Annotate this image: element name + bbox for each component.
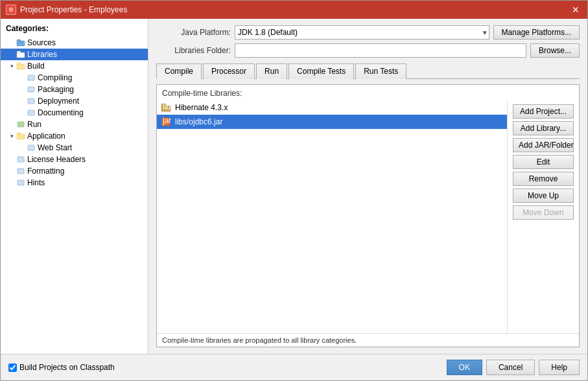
help-button[interactable]: Help [539, 360, 580, 375]
app-icon: ⚙ [6, 5, 16, 15]
hints-expand [8, 179, 15, 186]
build-projects-checkbox[interactable] [8, 364, 17, 372]
build-projects-label: Build Projects on Classpath [19, 363, 115, 372]
libraries-folder-label: Libraries Folder: [156, 46, 231, 55]
compile-panel: Compile-time Libraries: lib [156, 84, 580, 347]
tree-item-build[interactable]: ▾ Build [1, 60, 148, 72]
svg-rect-5 [17, 63, 21, 65]
remove-button[interactable]: Remove [513, 172, 574, 186]
close-button[interactable]: ✕ [569, 3, 582, 16]
compile-time-label: Compile-time Libraries: [157, 85, 579, 100]
license-icon [16, 155, 25, 164]
tree-item-libraries[interactable]: Libraries [1, 49, 148, 60]
tree-item-run[interactable]: Run [1, 119, 148, 130]
packaging-icon [27, 85, 36, 94]
tree-item-compiling[interactable]: Compiling [1, 72, 148, 84]
tab-run-tests[interactable]: Run Tests [355, 64, 406, 79]
tab-compile-tests[interactable]: Compile Tests [288, 64, 354, 79]
svg-rect-1 [17, 40, 21, 41]
footer-right: OK Cancel Help [447, 360, 580, 375]
run-expand [8, 121, 15, 128]
build-expand-icon: ▾ [8, 63, 15, 69]
formatting-expand [8, 168, 15, 174]
tab-processor[interactable]: Processor [203, 64, 255, 79]
lib-item-ojdbc[interactable]: jar libs/ojdbc6.jar [157, 115, 507, 129]
title-bar: ⚙ Project Properties - Employees ✕ [1, 1, 587, 19]
window-title: Project Properties - Employees [20, 5, 127, 14]
sources-label: Sources [27, 38, 56, 47]
categories-label: Categories: [1, 23, 148, 37]
footer: Build Projects on Classpath OK Cancel He… [1, 354, 587, 380]
title-bar-left: ⚙ Project Properties - Employees [6, 5, 127, 15]
build-label: Build [27, 62, 45, 71]
manage-platforms-button[interactable]: Manage Platforms... [493, 25, 580, 40]
tab-run[interactable]: Run [256, 64, 287, 79]
tree-item-sources[interactable]: Sources [1, 37, 148, 49]
tree-item-hints[interactable]: Hints [1, 177, 148, 189]
add-project-button[interactable]: Add Project... [513, 104, 574, 119]
build-projects-checkbox-label[interactable]: Build Projects on Classpath [8, 363, 115, 372]
application-expand-icon: ▾ [8, 133, 15, 139]
java-platform-select[interactable]: JDK 1.8 (Default) [235, 25, 489, 40]
svg-rect-9 [28, 110, 34, 115]
formatting-label: Formatting [27, 167, 64, 176]
documenting-icon [27, 108, 36, 117]
svg-rect-8 [28, 98, 34, 104]
formatting-icon [16, 167, 25, 176]
tree-item-formatting[interactable]: Formatting [1, 165, 148, 177]
run-label: Run [27, 120, 41, 129]
compiling-label: Compiling [38, 73, 72, 82]
libraries-folder-input[interactable] [235, 43, 526, 58]
sources-icon [16, 38, 25, 47]
tree-item-packaging[interactable]: Packaging [1, 84, 148, 95]
left-panel: Categories: Sources Libraries [1, 19, 148, 354]
browse-button[interactable]: Browse... [530, 43, 580, 58]
web-start-icon [27, 143, 36, 152]
cancel-button[interactable]: Cancel [486, 360, 535, 375]
svg-rect-16 [18, 180, 24, 185]
libraries-icon [16, 50, 25, 59]
action-buttons: Add Project... Add Library... Add JAR/Fo… [508, 100, 579, 333]
packaging-label: Packaging [38, 85, 74, 94]
expand-placeholder2 [8, 51, 15, 58]
java-platform-label: Java Platform: [156, 28, 231, 37]
tree-item-deployment[interactable]: Deployment [1, 95, 148, 107]
move-up-button[interactable]: Move Up [513, 189, 574, 203]
svg-rect-14 [18, 157, 24, 162]
add-library-button[interactable]: Add Library... [513, 121, 574, 135]
edit-button[interactable]: Edit [513, 155, 574, 169]
tree-item-web-start[interactable]: Web Start [1, 142, 148, 154]
tree-item-documenting[interactable]: Documenting [1, 107, 148, 119]
svg-rect-13 [28, 145, 34, 150]
svg-rect-7 [28, 87, 34, 92]
svg-text:lib: lib [163, 103, 171, 111]
bottom-note: Compile-time libraries are propagated to… [157, 333, 579, 347]
right-panel: Java Platform: JDK 1.8 (Default) ▼ Manag… [148, 19, 587, 354]
documenting-label: Documenting [38, 108, 84, 117]
lib-item-hibernate[interactable]: lib Hibernate 4.3.x [157, 100, 507, 115]
footer-left: Build Projects on Classpath [8, 363, 115, 372]
ojdbc-icon: jar [161, 117, 171, 127]
license-headers-label: License Headers [27, 155, 86, 164]
tree-item-license-headers[interactable]: License Headers [1, 154, 148, 165]
add-jar-folder-button[interactable]: Add JAR/Folder [513, 138, 574, 152]
hibernate-label: Hibernate 4.3.x [175, 103, 228, 112]
application-icon [16, 132, 25, 141]
java-platform-select-wrapper: JDK 1.8 (Default) ▼ [235, 25, 489, 40]
svg-rect-6 [28, 75, 34, 80]
expand-placeholder [8, 40, 15, 46]
run-icon [16, 120, 25, 129]
compiling-expand [19, 75, 25, 81]
java-platform-row: Java Platform: JDK 1.8 (Default) ▼ Manag… [156, 25, 580, 40]
documenting-expand [19, 110, 25, 116]
ok-button[interactable]: OK [447, 360, 482, 375]
license-expand [8, 156, 15, 163]
tree-item-application[interactable]: ▾ Application [1, 130, 148, 142]
webstart-expand [19, 144, 25, 151]
libraries-label: Libraries [27, 50, 57, 59]
tab-compile[interactable]: Compile [156, 64, 202, 79]
move-down-button[interactable]: Move Down [513, 205, 574, 220]
libraries-folder-row: Libraries Folder: Browse... [156, 43, 580, 58]
tabs-container: Compile Processor Run Compile Tests Run … [156, 63, 580, 79]
deployment-expand [19, 98, 25, 104]
